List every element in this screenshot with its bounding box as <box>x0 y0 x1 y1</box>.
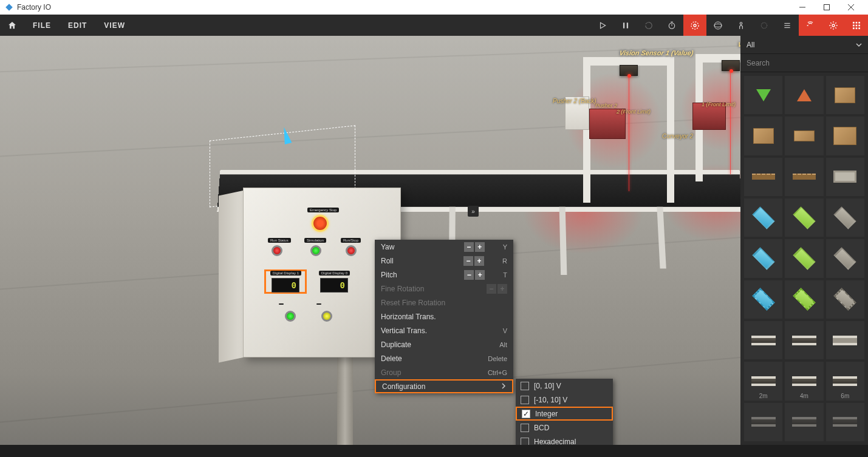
menu-file[interactable]: FILE <box>24 15 60 36</box>
part-box-small[interactable] <box>826 76 864 114</box>
part-extra-3[interactable] <box>826 403 864 441</box>
part-conveyor-2m[interactable]: 2m <box>744 362 782 400</box>
sensors-button[interactable] <box>799 15 822 36</box>
part-conveyor-a[interactable] <box>744 321 782 359</box>
part-pallet-2[interactable] <box>785 158 823 196</box>
palette-button[interactable] <box>845 15 868 36</box>
ctx-roll[interactable]: Roll −+ R <box>375 254 513 268</box>
svg-marker-5 <box>601 22 606 28</box>
part-box-med[interactable] <box>744 117 782 155</box>
first-person-button[interactable] <box>730 15 753 36</box>
button-runstatus[interactable] <box>272 245 282 256</box>
part-tile-blue-1[interactable] <box>744 198 782 237</box>
part-pallet-1[interactable] <box>744 158 782 196</box>
part-conveyor-c[interactable] <box>826 321 864 359</box>
part-remover[interactable] <box>785 76 823 114</box>
cfg-bcd[interactable]: BCD <box>516 421 613 435</box>
ctx-delete[interactable]: DeleteDelete <box>375 351 513 365</box>
pause-button[interactable] <box>614 15 637 36</box>
menu-edit[interactable]: EDIT <box>60 15 95 36</box>
3d-viewport[interactable]: » Vision Sensor 1 (Value) Vision Sensor … <box>0 36 868 457</box>
app-logo-icon <box>5 3 13 12</box>
button-4[interactable] <box>285 311 296 322</box>
digital-display-0[interactable]: 0 <box>320 278 348 293</box>
play-button[interactable] <box>591 15 614 36</box>
status-bar <box>0 445 868 457</box>
camera-mode-button[interactable] <box>683 15 706 36</box>
part-conveyor-6m[interactable]: 6m <box>826 362 864 400</box>
part-box-large[interactable] <box>826 117 864 155</box>
ctx-configuration[interactable]: Configuration <box>375 379 513 393</box>
yaw-plus-button[interactable]: + <box>475 242 485 252</box>
part-tile-grey-2[interactable] <box>826 239 864 277</box>
home-button[interactable] <box>0 15 24 36</box>
svg-point-8 <box>669 22 674 28</box>
digital-display-1[interactable]: 0 <box>272 278 299 293</box>
palette-filter-dropdown[interactable]: All <box>740 36 868 54</box>
part-tile-blue-3[interactable] <box>744 280 782 319</box>
reset-button[interactable] <box>637 15 660 36</box>
part-tile-grey-3[interactable] <box>826 280 864 319</box>
part-conveyor-4m[interactable]: 4m <box>785 362 823 400</box>
roll-minus-button[interactable]: − <box>463 256 473 266</box>
ctx-duplicate[interactable]: DuplicateAlt <box>375 337 513 351</box>
yaw-minus-button[interactable]: − <box>464 242 474 252</box>
palette-search-input[interactable]: Search <box>740 54 868 72</box>
part-tile-blue-2[interactable] <box>744 239 782 277</box>
button3-label: Run/Stop <box>341 238 361 243</box>
cfg-integer[interactable]: ✓Integer <box>516 407 613 421</box>
checkbox-icon <box>521 382 529 390</box>
part-tile-green-2[interactable] <box>785 239 823 277</box>
orbit-button[interactable] <box>706 15 730 36</box>
part-tile-green-1[interactable] <box>785 198 823 237</box>
button-runstop[interactable] <box>346 245 357 256</box>
svg-marker-0 <box>5 4 13 11</box>
part-extra-1[interactable] <box>744 403 782 441</box>
button-simulation[interactable] <box>310 245 321 256</box>
button-5[interactable] <box>321 311 332 322</box>
vision-sensor-1 <box>620 65 638 76</box>
svg-rect-22 <box>856 22 858 24</box>
label-conveyor-2: Conveyor 2 <box>662 133 693 140</box>
roll-plus-button[interactable]: + <box>474 256 484 266</box>
settings-button[interactable] <box>822 15 845 36</box>
part-tray[interactable] <box>826 158 864 196</box>
minimize-button[interactable] <box>790 0 815 15</box>
label-front-limit: 2 (Front Limit) <box>617 109 651 115</box>
pitch-minus-button[interactable]: − <box>464 270 474 280</box>
ctx-vtrans[interactable]: Vertical Trans.V <box>375 323 513 337</box>
list-button[interactable] <box>776 15 799 36</box>
svg-point-15 <box>740 22 742 24</box>
snap-button[interactable] <box>753 15 776 36</box>
part-emitter[interactable] <box>744 76 782 114</box>
menu-view[interactable]: VIEW <box>95 15 134 36</box>
pitch-plus-button[interactable]: + <box>475 270 485 280</box>
svg-rect-7 <box>627 22 628 28</box>
part-extra-2[interactable] <box>785 403 823 441</box>
close-button[interactable] <box>839 0 863 15</box>
cfg-0-10v[interactable]: [0, 10] V <box>516 379 613 393</box>
ctx-pitch[interactable]: Pitch −+ T <box>375 268 513 282</box>
part-conveyor-b[interactable] <box>785 321 823 359</box>
part-box-flat[interactable] <box>785 117 823 155</box>
svg-rect-2 <box>824 5 830 10</box>
configuration-submenu: [0, 10] V [-10, 10] V ✓Integer BCD Hexad… <box>516 379 613 449</box>
checkbox-icon <box>521 396 529 404</box>
svg-rect-6 <box>623 22 624 28</box>
part-tile-grey-1[interactable] <box>826 198 864 237</box>
menubar: FILE EDIT VIEW <box>0 15 868 36</box>
svg-rect-28 <box>856 27 858 29</box>
app-title: Factory IO <box>17 3 51 12</box>
ctx-fine-rotation: Fine Rotation −+ <box>375 282 513 296</box>
maximize-button[interactable] <box>815 0 839 15</box>
timer-button[interactable] <box>660 15 683 36</box>
svg-rect-23 <box>858 22 860 24</box>
button2-label: Simulation <box>304 238 326 243</box>
cfg-neg10-10v[interactable]: [-10, 10] V <box>516 393 613 407</box>
part-tile-green-3[interactable] <box>785 280 823 319</box>
ctx-htrans[interactable]: Horizontal Trans. <box>375 310 513 323</box>
svg-point-12 <box>691 22 699 29</box>
emergency-stop-button[interactable] <box>312 215 329 232</box>
ctx-yaw[interactable]: Yaw −+ Y <box>375 240 513 254</box>
chevron-down-icon <box>856 41 862 49</box>
